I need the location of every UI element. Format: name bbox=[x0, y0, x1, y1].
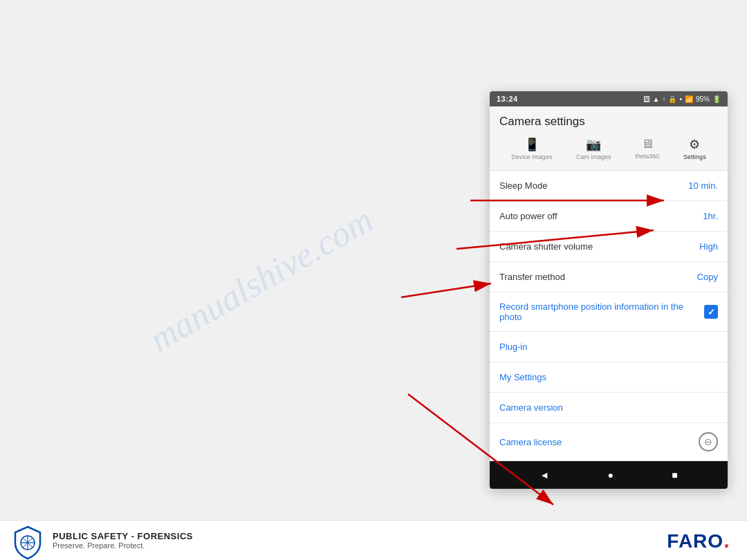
notification-icon: 🖼 bbox=[643, 95, 650, 103]
record-position-checkbox[interactable] bbox=[704, 305, 718, 319]
tab-device-images-label: Device images bbox=[511, 153, 552, 160]
settings-list: Sleep Mode 10 min. Auto power off 1hr. C… bbox=[490, 171, 728, 461]
camera-license-label: Camera license bbox=[499, 437, 562, 447]
status-bar: 13:24 🖼 ▲ ↑ 🔒 • 📶 95% 🔋 bbox=[490, 91, 728, 106]
faro-logo: FARO. bbox=[667, 528, 730, 553]
record-position-label: Record smartphone position information i… bbox=[499, 301, 704, 322]
sleep-mode-value: 10 min. bbox=[688, 180, 718, 191]
brand-sub: Preserve. Prepare. Protect. bbox=[53, 541, 193, 550]
camera-license-row[interactable]: Camera license ⊖ bbox=[490, 423, 728, 461]
status-time: 13:24 bbox=[497, 95, 518, 103]
tab-settings[interactable]: ⚙ Settings bbox=[679, 136, 710, 162]
nav-tabs: 📱 Device images 📷 Cam images 🖥 theta360 … bbox=[499, 136, 718, 165]
app-bar: Camera settings 📱 Device images 📷 Cam im… bbox=[490, 106, 728, 171]
my-settings-label: My Settings bbox=[499, 372, 546, 382]
lock-icon: 🔒 bbox=[668, 95, 676, 103]
transfer-method-label: Transfer method bbox=[499, 272, 565, 282]
wifi2-icon: 📶 bbox=[685, 95, 693, 103]
svg-line-3 bbox=[401, 283, 491, 297]
home-button[interactable]: ● bbox=[607, 469, 613, 480]
dot-icon: • bbox=[679, 95, 682, 103]
brand-title: PUBLIC SAFETY - FORENSICS bbox=[53, 531, 193, 541]
watermark: manualshive.com bbox=[140, 196, 382, 364]
battery-text: 95% bbox=[696, 95, 710, 103]
shield-icon bbox=[12, 525, 43, 556]
my-settings-row[interactable]: My Settings bbox=[490, 362, 728, 393]
sleep-mode-label: Sleep Mode bbox=[499, 180, 547, 191]
plugin-row[interactable]: Plug-in bbox=[490, 332, 728, 362]
tab-cam-images-label: Cam images bbox=[576, 153, 611, 160]
auto-power-off-value: 1hr. bbox=[703, 211, 718, 221]
tab-settings-label: Settings bbox=[683, 153, 706, 160]
device-images-icon: 📱 bbox=[524, 137, 540, 152]
plugin-label: Plug-in bbox=[499, 342, 527, 352]
brand-text: PUBLIC SAFETY - FORENSICS Preserve. Prep… bbox=[53, 531, 193, 550]
camera-version-row[interactable]: Camera version bbox=[490, 393, 728, 423]
app-title: Camera settings bbox=[499, 115, 718, 129]
record-position-row[interactable]: Record smartphone position information i… bbox=[490, 292, 728, 332]
tab-theta360-label: theta360 bbox=[635, 153, 659, 160]
transfer-method-value: Copy bbox=[697, 272, 718, 282]
signal-icon: ↑ bbox=[662, 95, 665, 103]
status-icons: 🖼 ▲ ↑ 🔒 • 📶 95% 🔋 bbox=[643, 95, 721, 103]
recent-button[interactable]: ■ bbox=[672, 469, 677, 480]
phone-screen: 13:24 🖼 ▲ ↑ 🔒 • 📶 95% 🔋 Camera settings … bbox=[490, 91, 728, 489]
camera-shutter-volume-label: Camera shutter volume bbox=[499, 241, 593, 252]
cam-images-icon: 📷 bbox=[586, 137, 601, 152]
tab-cam-images[interactable]: 📷 Cam images bbox=[572, 136, 616, 162]
bottom-bar: PUBLIC SAFETY - FORENSICS Preserve. Prep… bbox=[0, 520, 747, 560]
battery-icon: 🔋 bbox=[712, 95, 721, 103]
settings-icon: ⚙ bbox=[689, 137, 700, 152]
camera-version-label: Camera version bbox=[499, 402, 563, 413]
theta360-icon: 🖥 bbox=[641, 137, 654, 151]
camera-shutter-volume-value: High bbox=[699, 241, 718, 252]
wifi-icon: ▲ bbox=[653, 95, 660, 103]
brand-section: PUBLIC SAFETY - FORENSICS Preserve. Prep… bbox=[12, 525, 193, 556]
sleep-mode-row[interactable]: Sleep Mode 10 min. bbox=[490, 171, 728, 201]
auto-power-off-row[interactable]: Auto power off 1hr. bbox=[490, 201, 728, 232]
tab-device-images[interactable]: 📱 Device images bbox=[507, 136, 556, 162]
android-nav-bar: ◄ ● ■ bbox=[490, 461, 728, 489]
back-button[interactable]: ◄ bbox=[540, 469, 549, 480]
auto-power-off-label: Auto power off bbox=[499, 211, 557, 221]
tab-theta360[interactable]: 🖥 theta360 bbox=[631, 136, 663, 162]
transfer-method-row[interactable]: Transfer method Copy bbox=[490, 262, 728, 292]
camera-shutter-volume-row[interactable]: Camera shutter volume High bbox=[490, 232, 728, 262]
info-icon: ⊖ bbox=[699, 432, 718, 451]
